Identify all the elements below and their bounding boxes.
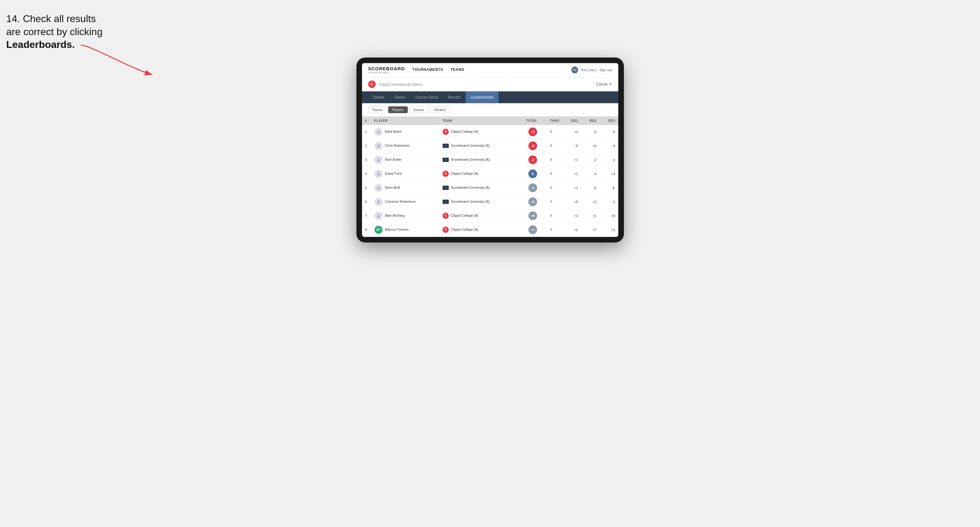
team-name: Clippd College [A] [451,228,478,231]
cell-rank: 2 [362,139,371,152]
col-rd1: RD1 [563,117,581,125]
player-avatar [374,198,383,206]
svg-point-6 [377,200,379,202]
table-row: 6Cameron Robertson≡Scoreboard University… [362,195,618,209]
team-name: Clippd College [A] [451,214,478,217]
team-name: Clippd College [A] [451,171,478,175]
sign-out-link[interactable]: Sign out [599,68,612,72]
team-logo: C [442,227,449,233]
cell-rank: 8 [362,222,371,237]
cell-team: ≡Scoreboard University [A] [439,152,515,167]
cell-thru: F [540,167,562,181]
score-badge: -2 [528,156,537,164]
filter-players[interactable]: Players [388,106,408,113]
tab-teams[interactable]: Teams [390,91,410,103]
cell-player: Rich Butler [371,152,440,167]
logo-sub: Powered by clippd [368,71,405,74]
filter-teams[interactable]: Teams [368,106,386,113]
svg-point-3 [377,158,379,160]
cell-rd2: -6 [581,125,600,139]
cell-rank: 1 [362,125,371,139]
cell-rd1: +2 [563,209,581,222]
logo-area: SCOREBOARD Powered by clippd [368,66,405,74]
player-avatar [374,128,383,136]
team-logo: C [442,129,449,135]
cell-total: +1 [515,181,540,195]
cell-rd1: +5 [563,195,581,209]
nav-teams[interactable]: TEAMS [450,63,465,77]
cell-rd3: -1 [600,195,618,209]
player-name: Chris Robertson [385,144,410,148]
player-name: Rees Britt [385,186,400,189]
cell-rd1: +1 [563,167,581,181]
cancel-button[interactable]: Cancel ✕ [596,82,612,86]
cell-rd3: E [600,181,618,195]
filter-strokes[interactable]: Strokes [430,106,450,113]
cell-team: CClippd College [A] [439,167,515,181]
tablet-frame: SCOREBOARD Powered by clippd TOURNAMENTS… [356,57,624,243]
tab-leaderboards[interactable]: Leaderboards [466,91,498,103]
table-row: 4David FordCClippd College [A]EF+1-4+3 [362,167,618,181]
player-name: Rich Butler [385,158,402,161]
score-badge: +11 [528,225,537,234]
score-badge: -4 [528,141,537,150]
cell-total: -4 [515,139,540,152]
team-logo: ≡ [442,200,449,204]
col-thru: THRU [540,117,562,125]
team-name: Scoreboard University [A] [451,186,490,189]
cell-player: MTMarcus Turners [371,222,440,237]
cell-player: David Ford [371,167,440,181]
annotation-text: 14. Check all results are correct by cli… [6,13,137,51]
score-badge: +9 [528,211,537,220]
cell-rank: 6 [362,195,371,209]
player-name: Cameron Robertson [385,200,416,203]
col-team: TEAM [439,117,515,125]
team-name: Scoreboard University [A] [451,158,490,161]
cell-rd2: E [581,181,600,195]
cell-team: CClippd College [A] [439,209,515,222]
player-avatar [374,184,383,192]
cell-rd3: -4 [600,139,618,152]
nav-bar: SCOREBOARD Powered by clippd TOURNAMENTS… [362,63,618,78]
col-rd3: RD3 [600,117,618,125]
player-avatar [374,142,383,150]
team-name: Clippd College [A] [451,130,478,133]
cell-rd3: +3 [600,167,618,181]
cell-rd3: +6 [600,209,618,222]
player-avatar [374,212,383,220]
cell-thru: F [540,139,562,152]
cell-player: Cameron Robertson [371,195,440,209]
team-name: Scoreboard University [A] [451,200,490,203]
player-name: Blair McHarg [385,214,405,217]
cell-team: ≡Scoreboard University [A] [439,181,515,195]
score-badge: -8 [528,127,537,136]
player-avatar [374,156,383,164]
tournament-header: C Clippd Invitational (Men) Cancel ✕ [362,78,618,91]
col-player: PLAYER [371,117,440,125]
nav-tournaments[interactable]: TOURNAMENTS [412,63,443,77]
cell-rank: 7 [362,209,371,222]
cell-rd1: +1 [563,181,581,195]
tab-course-setup[interactable]: Course Setup [410,91,443,103]
leaderboard-table: # PLAYER TEAM TOTAL THRU RD1 RD2 RD3 1El… [362,117,618,237]
player-name: Elliot Ebert [385,130,401,133]
team-logo: ≡ [442,144,449,148]
cell-total: +6 [515,195,540,209]
col-rank: # [362,117,371,125]
cell-player: Chris Robertson [371,139,440,152]
player-name: Marcus Turners [385,228,409,231]
team-logo: C [442,171,449,177]
col-rd2: RD2 [581,117,600,125]
cell-rd3: +2 [600,222,618,237]
table-row: 8MTMarcus TurnersCClippd College [A]+11F… [362,222,618,237]
filter-scores[interactable]: Scores [410,106,428,113]
cell-team: CClippd College [A] [439,125,515,139]
cell-total: +9 [515,209,540,222]
tab-results[interactable]: Results [443,91,466,103]
cell-rd1: -5 [563,139,581,152]
player-avatar [374,170,383,178]
tab-details[interactable]: Details [368,91,390,103]
cell-thru: F [540,125,562,139]
tournament-logo: C [368,81,376,88]
cell-team: ≡Scoreboard University [A] [439,139,515,152]
